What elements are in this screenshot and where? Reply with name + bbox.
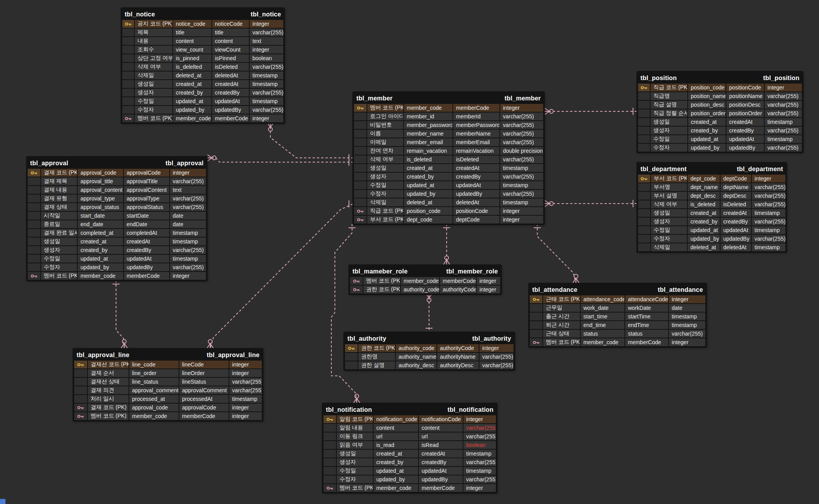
column-row-status[interactable]: 근태 상태statusstatusvarchar(255) — [530, 330, 705, 338]
column-row-authority_code[interactable]: 권한 코드 (PK)authority_codeauthorityCodeint… — [345, 344, 513, 352]
column-row-member_code[interactable]: 멤버 코드 (PK)member_codememberCodeinteger — [354, 104, 543, 112]
column-row-dept_desc[interactable]: 부서 설명dept_descdeptDescvarchar(255) — [638, 192, 785, 200]
table-tbl_mameber_role[interactable]: tbl_mameber_roletbl_member_role멤버 코드 (PK… — [349, 265, 501, 295]
column-row-updated_at[interactable]: 수정일updated_atupdatedAttimestamp — [324, 467, 496, 475]
relationship-edge-tbl_member-tbl_approval_line[interactable] — [207, 200, 353, 349]
column-row-processed_at[interactable]: 처리 일시processed_atprocessedAttimestamp — [74, 395, 262, 403]
column-row-end_time[interactable]: 퇴근 시간end_timeendTimetimestamp — [530, 321, 705, 329]
column-row-position_desc[interactable]: 직급 설명position_descpositionDescvarchar(25… — [638, 101, 802, 109]
column-row-position_code[interactable]: 직급 코드 (PK)position_codepositionCodeinteg… — [638, 84, 802, 91]
column-row-member_code[interactable]: 멤버 코드 (PK)member_codememberCodeinteger — [74, 412, 262, 420]
column-row-approval_code[interactable]: 결재 코드 (PK)approval_codeapprovalCodeinteg… — [74, 404, 262, 411]
table-tbl_department[interactable]: tbl_departmenttbl_department부서 코드 (PK)de… — [637, 163, 787, 252]
column-row-created_by[interactable]: 생성자created_bycreatedByvarchar(255) — [354, 173, 543, 181]
column-row-line_order[interactable]: 결재 순서line_orderlineOrderinteger — [74, 369, 262, 377]
column-row-approval_type[interactable]: 결재 유형approval_typeapprovalTypevarchar(25… — [28, 195, 206, 202]
column-row-updated_at[interactable]: 수정일updated_atupdatedAttimestamp — [638, 226, 785, 234]
column-row-updated_at[interactable]: 수정일updated_atupdatedAttimestamp — [638, 135, 802, 143]
column-row-updated_by[interactable]: 수정자updated_byupdatedByvarchar(255) — [354, 190, 543, 198]
relationship-edge-tbl_member-tbl_attendance[interactable] — [534, 224, 579, 283]
column-row-position_name[interactable]: 직급명position_namepositionNamevarchar(255) — [638, 92, 802, 100]
table-tbl_approval[interactable]: tbl_approvaltbl_approval결재 코드 (PK)approv… — [27, 157, 207, 281]
table-header[interactable]: tbl_mameber_roletbl_member_role — [350, 266, 500, 277]
relationship-edge-tbl_member-tbl_notice[interactable] — [267, 122, 353, 161]
column-row-updated_by[interactable]: 수정자updated_byupdatedByvarchar(255) — [638, 235, 785, 243]
column-row-view_count[interactable]: 조회수view_countviewCountinteger — [122, 46, 283, 54]
column-row-title[interactable]: 제목titletitlevarchar(255) — [122, 29, 283, 36]
column-row-dept_code[interactable]: 부서 코드 (PK)dept_codedeptCodeinteger — [354, 216, 543, 223]
column-row-approval_title[interactable]: 결재 제목approval_titleapprovalTitlevarchar(… — [28, 177, 206, 185]
column-row-created_at[interactable]: 생성일created_atcreatedAttimestamp — [638, 209, 785, 217]
column-row-is_read[interactable]: 읽음 여부is_readisReadboolean — [324, 441, 496, 449]
column-row-is_pinned[interactable]: 상단 고정 여부is_pinnedisPinnedboolean — [122, 54, 283, 62]
relationship-edge-tbl_member-tbl_approval[interactable] — [207, 155, 353, 166]
column-row-approval_code[interactable]: 결재 코드 (PK)approval_codeapprovalCodeinteg… — [28, 169, 206, 177]
column-row-remain_vacation[interactable]: 잔여 연차remain_vacationremainVacationdouble… — [354, 147, 543, 155]
column-row-position_code[interactable]: 직급 코드 (PK)position_codepositionCodeinteg… — [354, 207, 543, 215]
column-row-created_at[interactable]: 생성일created_atcreatedAttimestamp — [354, 164, 543, 172]
table-tbl_attendance[interactable]: tbl_attendancetbl_attendance근태 코드 (PK)at… — [529, 283, 706, 347]
column-row-deleted_at[interactable]: 삭제일deleted_atdeletedAttimestamp — [354, 198, 543, 206]
column-row-member_code[interactable]: 멤버 코드 (PK)member_codememberCodeinteger — [530, 338, 705, 346]
column-row-member_email[interactable]: 이메일member_emailmemberEmailvarchar(255) — [354, 138, 543, 146]
table-header[interactable]: tbl_membertbl_member — [354, 93, 543, 104]
table-tbl_notification[interactable]: tbl_notificationtbl_notification알림 코드 (P… — [322, 403, 497, 493]
column-row-is_deleted[interactable]: 삭제 여부is_deletedisDeletedvarchar(255) — [354, 155, 543, 163]
table-header[interactable]: tbl_departmenttbl_department — [638, 164, 785, 175]
column-row-member_id[interactable]: 로그인 아이디member_idmemberIdvarchar(255) — [354, 113, 543, 120]
column-row-member_password[interactable]: 비밀번호member_passwordmemberPasswordvarchar… — [354, 121, 543, 129]
column-row-notice_code[interactable]: 공지 코드 (PK)notice_codenoticeCodeinteger — [122, 20, 283, 28]
column-row-created_at[interactable]: 생성일created_atcreatedAttimestamp — [122, 80, 283, 88]
column-row-created_by[interactable]: 생성자created_bycreatedByvarchar(255) — [638, 127, 802, 134]
column-row-created_at[interactable]: 생성일created_atcreatedAttimestamp — [324, 450, 496, 458]
column-row-line_status[interactable]: 결재선 상태line_statuslineStatusvarchar(255) — [74, 378, 262, 386]
column-row-created_at[interactable]: 생성일created_atcreatedAttimestamp — [28, 238, 206, 245]
column-row-authority_desc[interactable]: 권한 설명authority_descauthorityDescvarchar(… — [345, 361, 513, 369]
column-row-member_code[interactable]: 멤버 코드 (PK)member_codememberCodeinteger — [122, 114, 283, 122]
column-row-updated_by[interactable]: 수정자updated_byupdatedByvarchar(255) — [28, 263, 206, 271]
column-row-member_name[interactable]: 이름member_namememberNamevarchar(255) — [354, 130, 543, 138]
relationship-edge-tbl_authority-tbl_mameber_role[interactable] — [426, 293, 433, 332]
column-row-position_order[interactable]: 직급 정렬 순서position_orderpositionOrdervarch… — [638, 109, 802, 117]
table-header[interactable]: tbl_attendancetbl_attendance — [530, 284, 705, 295]
table-tbl_position[interactable]: tbl_positiontbl_position직급 코드 (PK)positi… — [637, 71, 803, 153]
table-header[interactable]: tbl_authoritytbl_authority — [345, 333, 513, 344]
column-row-updated_by[interactable]: 수정자updated_byupdatedByvarchar(255) — [324, 475, 496, 483]
table-header[interactable]: tbl_approval_linetbl_approval_line — [74, 350, 262, 361]
column-row-created_by[interactable]: 생성자created_bycreatedByvarchar(255) — [638, 218, 785, 225]
erd-canvas[interactable]: tbl_noticetbl_notice공지 코드 (PK)notice_cod… — [0, 0, 819, 504]
column-row-is_delelted[interactable]: 삭제 여부is_deleltedisDeletedvarchar(255) — [122, 63, 283, 71]
column-row-created_by[interactable]: 생성자created_bycreatedByvarchar(255) — [324, 458, 496, 466]
column-row-member_code[interactable]: 멤버 코드 (PK)member_codememberCodeinteger — [324, 484, 496, 492]
column-row-is_deleted[interactable]: 삭제 여부is_deletedisDeletedvarchar(255) — [638, 200, 785, 208]
column-row-created_at[interactable]: 생성일created_atcreatedAttimestamp — [638, 118, 802, 126]
column-row-start_date[interactable]: 시작일start_datestartDatedate — [28, 212, 206, 220]
table-tbl_notice[interactable]: tbl_noticetbl_notice공지 코드 (PK)notice_cod… — [121, 8, 284, 123]
column-row-updated_at[interactable]: 수정일updated_atupdatedAttimestamp — [28, 255, 206, 263]
relationship-edge-tbl_member-tbl_mameber_role[interactable] — [443, 224, 450, 265]
column-row-completed_at[interactable]: 결재 완료 일시completed_atcompletedAttimestamp — [28, 229, 206, 237]
column-row-work_date[interactable]: 근무일work_dateworkDatedate — [530, 304, 705, 312]
column-row-created_by[interactable]: 생성자created_bycreatedByvarchar(255) — [28, 246, 206, 254]
column-row-authority_name[interactable]: 권한명authority_nameauthorityNamevarchar(25… — [345, 353, 513, 361]
column-row-updated_at[interactable]: 수정일updated_atupdatedAttimestamp — [122, 97, 283, 105]
column-row-url[interactable]: 이동 링크urlurlvarchar(255) — [324, 433, 496, 440]
table-header[interactable]: tbl_positiontbl_position — [638, 73, 802, 84]
table-tbl_member[interactable]: tbl_membertbl_member멤버 코드 (PK)member_cod… — [353, 92, 544, 225]
column-row-updated_by[interactable]: 수정자updated_byupdatedByvarchar(255) — [122, 106, 283, 114]
column-row-approval_content[interactable]: 결재 내용approval_contentapprovalContenttext — [28, 186, 206, 194]
column-row-deleted_at[interactable]: 삭제일deleted_atdeletedAttimestamp — [122, 71, 283, 79]
column-row-notification_code[interactable]: 알림 코드 (PK)notification_codenotificationC… — [324, 415, 496, 423]
column-row-authority_code[interactable]: 권한 코드 (PK)authority_codeauthorityCodeint… — [350, 286, 500, 293]
column-row-start_time[interactable]: 출근 시간start_timestartTimetimestamp — [530, 313, 705, 320]
column-row-created_by[interactable]: 생성자created_bycreatedByvarchar(255) — [122, 89, 283, 97]
relationship-edge-tbl_member-tbl_notification[interactable] — [331, 224, 360, 403]
table-header[interactable]: tbl_noticetbl_notice — [122, 9, 283, 20]
column-row-deleted_at[interactable]: 삭제일deleted_atdeletedAttimestamp — [638, 243, 785, 251]
column-row-line_code[interactable]: 결재선 코드 (PK)line_codelineCodeinteger — [74, 361, 262, 368]
column-row-content[interactable]: 내용contentcontenttext — [122, 37, 283, 45]
column-row-member_code[interactable]: 멤버 코드 (PK)member_codememberCodeinteger — [350, 277, 500, 285]
column-row-member_code[interactable]: 멤버 코드 (PK)member_codememberCodeinteger — [28, 272, 206, 280]
relationship-edge-tbl_department-tbl_member[interactable] — [544, 200, 637, 207]
column-row-approval_status[interactable]: 결재 상태approval_statusapprovalStatusvarcha… — [28, 203, 206, 211]
